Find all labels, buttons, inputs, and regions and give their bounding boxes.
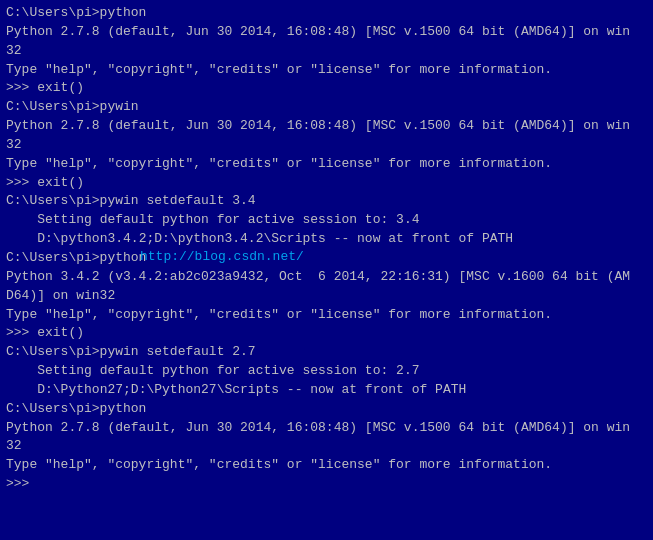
terminal-line: Type "help", "copyright", "credits" or "… [6, 155, 647, 174]
terminal-line: D:\Python27;D:\Python27\Scripts -- now a… [6, 381, 647, 400]
terminal-line: C:\Users\pi>python [6, 249, 647, 268]
terminal-line: Setting default python for active sessio… [6, 362, 647, 381]
terminal-line: Python 2.7.8 (default, Jun 30 2014, 16:0… [6, 419, 647, 438]
terminal-window[interactable]: C:\Users\pi>pythonPython 2.7.8 (default,… [0, 0, 653, 540]
terminal-line: C:\Users\pi>pywin setdefault 2.7 [6, 343, 647, 362]
terminal-line: 32 [6, 42, 647, 61]
terminal-line: >>> exit() [6, 174, 647, 193]
terminal-content: C:\Users\pi>pythonPython 2.7.8 (default,… [6, 4, 647, 494]
terminal-line: C:\Users\pi>pywin setdefault 3.4 [6, 192, 647, 211]
terminal-line: Type "help", "copyright", "credits" or "… [6, 306, 647, 325]
terminal-line: C:\Users\pi>python [6, 4, 647, 23]
terminal-line: Type "help", "copyright", "credits" or "… [6, 456, 647, 475]
terminal-line: Python 3.4.2 (v3.4.2:ab2c023a9432, Oct 6… [6, 268, 647, 287]
terminal-line: Python 2.7.8 (default, Jun 30 2014, 16:0… [6, 117, 647, 136]
terminal-line: >>> exit() [6, 79, 647, 98]
terminal-line: C:\Users\pi>pywin [6, 98, 647, 117]
terminal-line: 32 [6, 437, 647, 456]
terminal-line: Type "help", "copyright", "credits" or "… [6, 61, 647, 80]
terminal-line: Python 2.7.8 (default, Jun 30 2014, 16:0… [6, 23, 647, 42]
terminal-line: >>> exit() [6, 324, 647, 343]
terminal-line: >>> [6, 475, 647, 494]
terminal-line: D:\python3.4.2;D:\python3.4.2\Scripts --… [6, 230, 647, 249]
terminal-line: Setting default python for active sessio… [6, 211, 647, 230]
terminal-line: D64)] on win32 [6, 287, 647, 306]
terminal-line: 32 [6, 136, 647, 155]
terminal-line: C:\Users\pi>python [6, 400, 647, 419]
